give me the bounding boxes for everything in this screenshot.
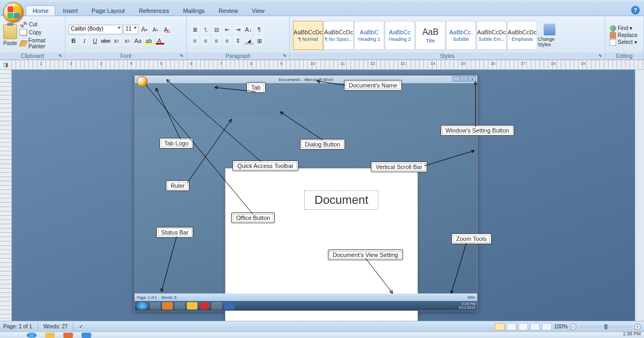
ruler-corner[interactable]: ◨ [0,60,12,69]
horizontal-ruler[interactable]: 12345678910111213141516171819 [12,60,644,69]
styles-group-label: Styles [290,53,605,60]
mini-window-buttons: _□x [452,76,476,82]
numbering-button[interactable]: ⒈ [201,25,210,34]
find-button[interactable]: Find ▾ [609,25,639,32]
full-screen-view-button[interactable] [507,323,516,330]
style-item-1[interactable]: AaBbCcDc¶ No Spaci... [324,21,354,50]
italic-button[interactable]: I [79,36,89,46]
style-item-3[interactable]: AaBbCcHeading 2 [385,21,415,50]
copy-label: Copy [29,30,41,35]
vertical-ruler[interactable] [0,70,12,321]
align-right-button[interactable]: ≡ [211,36,221,46]
status-words[interactable]: Words: 27 [43,324,68,329]
superscript-button[interactable]: x2 [122,36,132,46]
font-dialog-launcher[interactable]: ⬊ [180,53,185,58]
multilevel-list-button[interactable]: ⊟ [211,25,221,34]
show-marks-button[interactable]: ¶ [254,25,264,34]
paste-icon[interactable] [3,24,17,39]
font-name-select[interactable]: Calibri (Body) [69,25,122,34]
tab-references[interactable]: References [133,6,175,16]
style-item-4[interactable]: AaBTitle [415,21,445,50]
tab-view[interactable]: View [245,6,271,16]
callout-view-setting: Document's View Setting [328,249,403,260]
paragraph-group-label: Paragraph [187,53,289,60]
mini-titlebar: Document1 - Microsoft Word _□x [135,76,477,83]
outer-taskbar-time: 1:38 PM [623,331,641,336]
grow-font-button[interactable]: A▴ [140,25,149,34]
style-item-2[interactable]: AaBbCHeading 1 [354,21,384,50]
decrease-indent-button[interactable]: ⇤ [222,25,232,34]
style-item-6[interactable]: AaBbCcDcSubtle Em... [477,21,507,50]
sort-button[interactable]: A↓ [244,25,253,34]
increase-indent-button[interactable]: ⇥ [233,25,243,34]
copy-button[interactable]: Copy [19,29,62,36]
outer-taskbar: 1:38 PM [0,332,644,338]
justify-button[interactable]: ≡ [222,36,232,46]
style-item-7[interactable]: AaBbCcDcEmphasis [507,21,537,50]
style-item-0[interactable]: AaBbCcDc¶ Normal [293,21,323,50]
zoom-percent[interactable]: 100% [554,324,568,329]
taskbar-icon[interactable] [82,333,91,338]
shrink-font-button[interactable]: A▾ [150,25,160,34]
mini-title-text: Document1 - Microsoft Word [279,77,333,82]
align-left-button[interactable]: ≡ [190,36,200,46]
underline-button[interactable]: U [90,36,100,46]
strikethrough-button[interactable]: abc [101,36,111,46]
editing-group-label: Editing [605,53,643,60]
clipboard-dialog-launcher[interactable]: ⬊ [58,53,64,58]
clear-formatting-button[interactable]: A⌫ [161,25,171,34]
help-icon[interactable]: ? [631,6,640,14]
mini-taskbar-icon [187,302,197,310]
tab-insert[interactable]: Insert [56,6,84,16]
line-spacing-button[interactable]: ⇕ [233,36,243,46]
select-button[interactable]: Select ▾ [609,39,639,46]
document-viewport[interactable]: Document1 - Microsoft Word _□x Home Inse… [12,70,635,321]
find-label: Find [618,25,628,31]
taskbar-icon[interactable] [45,333,55,338]
cut-button[interactable]: Cut [19,21,62,28]
select-icon [610,39,616,46]
zoom-in-button[interactable]: + [634,324,641,330]
replace-button[interactable]: Replace [609,32,639,39]
highlight-button[interactable]: ab [144,36,153,46]
mini-taskbar-icon [199,302,210,310]
tab-home[interactable]: Home [26,5,55,16]
outline-view-button[interactable] [530,323,540,330]
callout-dialog-button: Dialog Button [300,139,345,150]
paragraph-dialog-launcher[interactable]: ⬊ [283,53,288,58]
style-item-5[interactable]: AaBbCc.Subtitle [446,21,476,50]
subscript-button[interactable]: x2 [112,36,121,46]
bold-button[interactable]: B [69,36,78,46]
ruler-row: ◨ 12345678910111213141516171819 [0,60,644,70]
tab-review[interactable]: Review [212,6,244,16]
bullets-button[interactable]: ≣ [190,25,200,34]
change-styles-button[interactable]: Change Styles [538,24,561,47]
format-painter-button[interactable]: Format Painter [19,37,62,50]
font-size-select[interactable]: 11 [123,25,138,34]
zoom-out-button[interactable]: − [570,324,576,330]
borders-button[interactable]: ⊞ [254,36,264,46]
change-case-button[interactable]: Aa [133,36,143,46]
taskbar-icon[interactable] [27,333,36,338]
tab-page-layout[interactable]: Page Layout [85,6,131,16]
cut-label: Cut [29,21,38,27]
align-center-button[interactable]: ≡ [201,36,210,46]
print-layout-view-button[interactable] [495,323,504,330]
zoom-slider[interactable] [579,326,632,328]
tab-mailings[interactable]: Mailings [177,6,211,16]
web-layout-view-button[interactable] [518,323,528,330]
font-color-button[interactable]: A [155,36,164,46]
shading-button[interactable]: ◢ [244,36,253,46]
taskbar-icon[interactable] [63,333,73,338]
draft-view-button[interactable] [542,323,552,330]
paste-label[interactable]: Paste [3,40,17,46]
ribbon: Paste Cut Copy Format Painter Clipboard … [0,16,644,60]
styles-dialog-launcher[interactable]: ⬊ [598,53,604,58]
statusbar: Page: 1 of 1 Words: 27 ✓ 100% − + [0,321,644,332]
status-page[interactable]: Page: 1 of 1 [3,324,32,329]
status-proofing-icon[interactable]: ✓ [79,324,83,329]
office-button[interactable] [3,2,24,23]
mini-taskbar-icon [150,302,160,310]
vertical-scrollbar[interactable] [635,70,644,321]
callout-ruler: Ruler [166,180,189,191]
